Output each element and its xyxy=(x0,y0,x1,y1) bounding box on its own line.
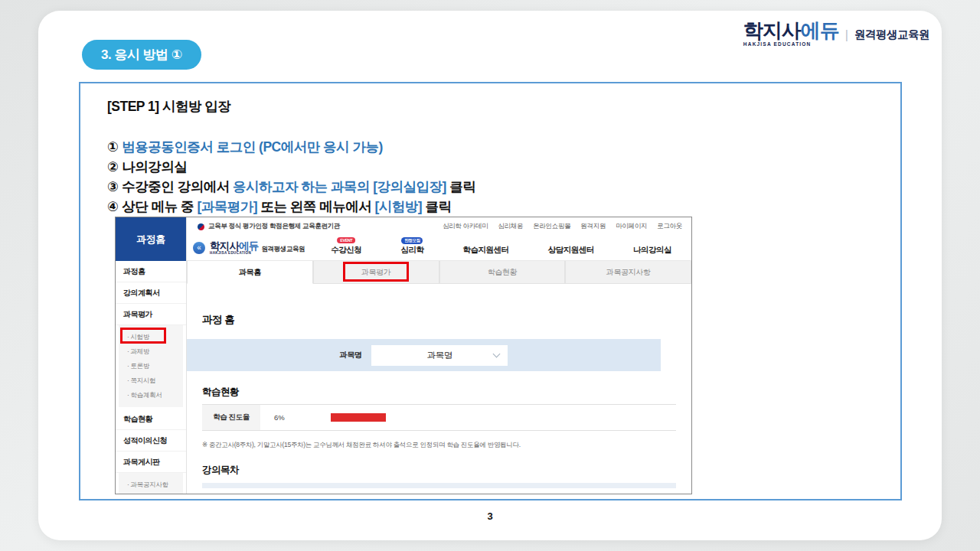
korea-gov-emblem-icon xyxy=(198,223,204,230)
nav-item-counseling-support[interactable]: 상담지원센터 xyxy=(548,240,594,256)
red-highlight-frame xyxy=(120,328,166,344)
lecture-toc-heading: 강의목차 xyxy=(202,464,676,477)
subitem-label: 과제방 xyxy=(131,347,150,355)
nav-item-label: 나의강의실 xyxy=(633,245,671,254)
progress-value: 6% xyxy=(274,413,285,422)
utility-link-remote-support[interactable]: 원격지원 xyxy=(580,222,606,231)
progress-row: 학습 진도율 6% xyxy=(202,404,676,431)
sidebar-subitem-notice[interactable]: 과목공지사항 xyxy=(124,478,178,492)
slide-card: 학지사에듀 HAKJISA EDUCATION | 원격평생교육원 3. 응시 … xyxy=(38,11,942,540)
logo-text-edu: 에듀 xyxy=(801,19,839,42)
subitem-label: 쪽지시험 xyxy=(131,377,156,384)
nav-item-label: 수강신청 xyxy=(331,245,361,254)
course-tabs: 과목홈 과목평가 학습현황 과목공지사항 xyxy=(187,261,691,284)
course-home-heading: 과정 홈 xyxy=(202,313,676,327)
utility-link-online-shop[interactable]: 온라인쇼핑몰 xyxy=(533,222,570,231)
subject-filter-band: 과목명 과목명 xyxy=(187,339,661,371)
selected-subject: 과목명 xyxy=(427,350,452,361)
section-badge: 3. 응시 방법 ① xyxy=(82,40,201,70)
back-chevrons-icon[interactable]: « xyxy=(193,242,205,254)
utility-link-mypage[interactable]: 마이페이지 xyxy=(616,222,647,231)
subitem-label: 과목공지사항 xyxy=(131,481,168,488)
sidebar-item-grade-objection[interactable]: 성적이의신청 xyxy=(116,430,186,452)
nav-item-learning-support[interactable]: 학습지원센터 xyxy=(463,240,509,256)
nav-item-psychology[interactable]: 한정모집 심리학 xyxy=(400,240,423,256)
nav-item-my-classroom[interactable]: 나의강의실 xyxy=(633,240,671,256)
step-item-1: ①범용공동인증서 로그인 (PC에서만 응시 가능) xyxy=(107,137,475,157)
logo-suffix: 원격평생교육원 xyxy=(854,28,929,47)
tab-subject-eval[interactable]: 과목평가 xyxy=(313,261,439,284)
gov-certification-label: 교육부 정식 평가인정 학점은행제 교육훈련기관 xyxy=(208,222,340,231)
steps-list: ①범용공동인증서 로그인 (PC에서만 응시 가능) ②나의강의실 ③수강중인 … xyxy=(107,137,475,217)
nav-menu: EVENT 수강신청 한정모집 심리학 학습지원센터 상담지원센터 xyxy=(326,240,682,256)
exam-note: ※ 중간고사(8주차), 기말고사(15주차)는 교수님께서 채점완료 하셔야 … xyxy=(202,441,676,450)
sidebar-subitem-materials[interactable]: 과목자료실 xyxy=(124,492,178,494)
course-sidebar: 과정홈 과정홈 강의계획서 과목평가 시험방 과제방 토론방 쪽지시험 학습계획… xyxy=(116,217,187,494)
sidebar-item-learning-status[interactable]: 학습현황 xyxy=(116,409,186,430)
step-text-highlight: 응시하고자 하는 과목의 [강의실입장] xyxy=(233,179,446,194)
tab-subject-home[interactable]: 과목홈 xyxy=(187,261,313,284)
step-text: 클릭 xyxy=(422,199,451,214)
sidebar-item-subject-eval[interactable]: 과목평가 xyxy=(116,304,186,325)
logo-wordmark: 학지사에듀 HAKJISA EDUCATION xyxy=(743,21,839,47)
sidebar-subitem-exam-room[interactable]: 시험방 xyxy=(124,330,178,344)
utility-bar: 교육부 정식 평가인정 학점은행제 교육훈련기관 심리학 아카데미 심리채용 온… xyxy=(187,217,691,236)
nav-logo-text: 에듀 xyxy=(239,240,258,252)
website-screenshot: 과정홈 과정홈 강의계획서 과목평가 시험방 과제방 토론방 쪽지시험 학습계획… xyxy=(115,217,692,494)
content-box: [STEP 1] 시험방 입장 ①범용공동인증서 로그인 (PC에서만 응시 가… xyxy=(79,82,902,500)
progress-label: 학습 진도율 xyxy=(202,405,260,430)
psychology-badge: 한정모집 xyxy=(401,237,423,244)
nav-hakjisa-logo[interactable]: 학지사에듀 HAKJISA EDUCATION 원격평생교육원 xyxy=(210,242,305,255)
screenshot-main-area: 교육부 정식 평가인정 학점은행제 교육훈련기관 심리학 아카데미 심리채용 온… xyxy=(187,217,691,494)
logo-divider: | xyxy=(845,28,848,47)
sidebar-subitem-quiz[interactable]: 쪽지시험 xyxy=(124,373,178,388)
subitem-label: 토론방 xyxy=(131,362,150,370)
utility-link-psych-academy[interactable]: 심리학 아카데미 xyxy=(443,222,488,231)
step-text: 나의강의실 xyxy=(122,159,187,174)
utility-link-psych-jobs[interactable]: 심리채용 xyxy=(498,222,523,231)
step-number: ② xyxy=(107,159,118,174)
progress-bar xyxy=(331,413,386,422)
step-text: 수강중인 강의에서 xyxy=(122,179,233,194)
nav-item-label: 심리학 xyxy=(400,245,423,254)
sidebar-subitem-study-plan[interactable]: 학습계획서 xyxy=(124,388,178,403)
utility-links: 심리학 아카데미 심리채용 온라인쇼핑몰 원격지원 마이페이지 로그아웃 xyxy=(443,222,682,231)
step-item-2: ②나의강의실 xyxy=(107,157,475,177)
subitem-label: 학습계획서 xyxy=(131,391,162,399)
sidebar-item-course-home[interactable]: 과정홈 xyxy=(116,261,186,282)
step-item-4: ④상단 메뉴 중 [과목평가] 또는 왼쪽 메뉴에서 [시험방] 클릭 xyxy=(107,197,475,217)
logo-text-hakjisa: 학지사 xyxy=(743,19,801,42)
logo-subtitle: HAKJISA EDUCATION xyxy=(743,41,839,47)
event-badge: EVENT xyxy=(337,237,355,243)
step-text: 또는 왼쪽 메뉴에서 xyxy=(257,199,374,214)
sidebar-header-course-home[interactable]: 과정홈 xyxy=(116,217,186,261)
step-number: ④ xyxy=(107,199,118,214)
step-item-3: ③수강중인 강의에서 응시하고자 하는 과목의 [강의실입장] 클릭 xyxy=(107,177,475,197)
sidebar-item-syllabus[interactable]: 강의계획서 xyxy=(116,282,186,304)
tab-subject-notice[interactable]: 과목공지사항 xyxy=(565,261,691,284)
step-text-highlight: [시험방] xyxy=(375,199,423,214)
nav-item-enrollment[interactable]: EVENT 수강신청 xyxy=(331,240,361,256)
page-number: 3 xyxy=(38,510,942,522)
utility-link-logout[interactable]: 로그아웃 xyxy=(657,222,682,231)
toc-header-band xyxy=(202,483,676,488)
subject-name-select[interactable]: 과목명 xyxy=(371,345,508,366)
sidebar-subitem-discussion-room[interactable]: 토론방 xyxy=(124,359,178,373)
step-title: [STEP 1] 시험방 입장 xyxy=(107,97,230,116)
main-nav-bar: « 학지사에듀 HAKJISA EDUCATION 원격평생교육원 EVENT … xyxy=(187,236,691,261)
learning-status-heading: 학습현황 xyxy=(202,386,676,399)
nav-item-label: 상담지원센터 xyxy=(548,245,594,254)
nav-logo-suffix: 원격평생교육원 xyxy=(262,245,305,255)
sidebar-item-subject-board[interactable]: 과목게시판 xyxy=(116,452,186,473)
course-home-content: 과정 홈 과목명 과목명 학습현황 학습 진도율 6% xyxy=(187,284,691,494)
chevron-down-icon xyxy=(493,350,501,357)
hakjisa-logo: 학지사에듀 HAKJISA EDUCATION | 원격평생교육원 xyxy=(743,21,929,47)
sidebar-subitem-assignment-room[interactable]: 과제방 xyxy=(124,344,178,359)
step-text: 상단 메뉴 중 xyxy=(122,199,197,214)
sidebar-eval-subgroup: 시험방 과제방 토론방 쪽지시험 학습계획서 xyxy=(119,325,183,407)
step-number: ① xyxy=(107,139,118,155)
sidebar-board-subgroup: 과목공지사항 과목자료실 과정1:1문의 강의설문 콘텐츠 오류신고 xyxy=(119,473,183,494)
nav-item-label: 학습지원센터 xyxy=(463,245,509,254)
tab-learning-status[interactable]: 학습현황 xyxy=(439,261,566,284)
red-highlight-frame xyxy=(343,262,409,282)
